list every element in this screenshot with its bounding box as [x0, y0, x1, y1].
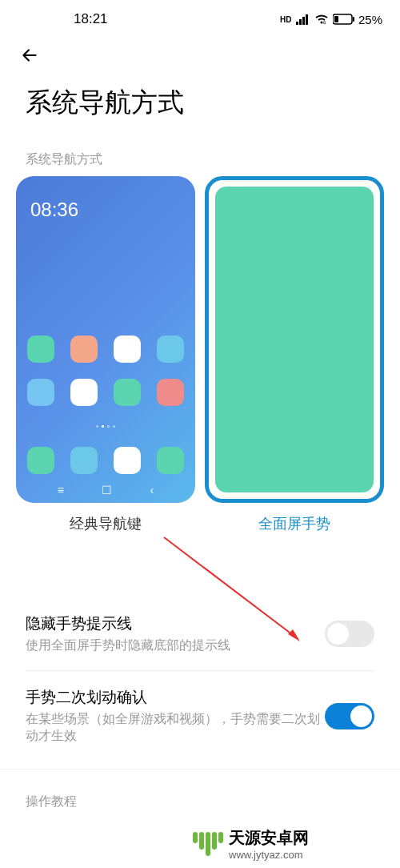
nav-option-fullscreen[interactable]: 全面屏手势 — [205, 176, 384, 533]
setting-title: 隐藏手势提示线 — [26, 613, 325, 634]
double-swipe-toggle[interactable] — [325, 703, 374, 729]
app-icon — [27, 379, 54, 406]
watermark: 天源安卓网 www.jytyaz.com — [192, 820, 400, 868]
app-icon — [70, 336, 98, 363]
app-icon — [27, 336, 54, 363]
classic-preview: 08:36 — [16, 176, 195, 503]
preview-time: 08:36 — [16, 176, 195, 221]
page-dots — [27, 425, 184, 428]
setting-title: 手势二次划动确认 — [26, 687, 325, 708]
app-icon — [27, 447, 54, 474]
setting-desc: 在某些场景（如全屏游戏和视频），手势需要二次划动才生效 — [26, 711, 325, 745]
app-icon — [114, 447, 141, 474]
svg-text:HD: HD — [280, 15, 291, 24]
classic-label: 经典导航键 — [70, 514, 142, 533]
fullscreen-label: 全面屏手势 — [258, 514, 330, 533]
watermark-title: 天源安卓网 — [229, 827, 309, 849]
menu-icon: ≡ — [58, 484, 64, 496]
section-label: 系统导航方式 — [0, 127, 400, 176]
svg-text:6: 6 — [323, 20, 326, 25]
svg-rect-8 — [353, 17, 354, 22]
signal-icon — [296, 14, 310, 25]
app-icon — [157, 447, 184, 474]
app-icon — [114, 336, 141, 363]
page-title: 系统导航方式 — [0, 69, 400, 127]
app-icon — [70, 379, 98, 406]
setting-hide-gesture: 隐藏手势提示线 使用全面屏手势时隐藏底部的提示线 — [26, 597, 374, 671]
status-bar: 18:21 HD 6 25% — [0, 0, 400, 32]
svg-rect-3 — [302, 17, 305, 25]
battery-percent: 25% — [358, 13, 382, 26]
fullscreen-inner — [215, 187, 374, 492]
svg-rect-4 — [306, 14, 308, 25]
setting-desc: 使用全面屏手势时隐藏底部的提示线 — [26, 637, 325, 654]
app-icon — [114, 379, 141, 406]
app-icon — [70, 447, 98, 474]
classic-nav-buttons: ≡ ☐ ‹ — [16, 484, 195, 496]
hide-gesture-toggle[interactable] — [325, 621, 374, 647]
home-icon: ☐ — [102, 484, 112, 496]
hd-icon: HD — [280, 14, 293, 24]
setting-double-swipe: 手势二次划动确认 在某些场景（如全屏游戏和视频），手势需要二次划动才生效 — [26, 671, 374, 761]
tutorial-label: 操作教程 — [0, 769, 400, 810]
watermark-url: www.jytyaz.com — [229, 849, 309, 861]
status-time: 18:21 — [18, 11, 108, 27]
nav-options-container: 08:36 — [0, 176, 400, 533]
svg-rect-2 — [299, 19, 302, 25]
svg-rect-9 — [334, 16, 338, 22]
back-icon: ‹ — [150, 484, 154, 496]
status-icons: HD 6 25% — [280, 13, 382, 26]
back-arrow-icon — [19, 45, 40, 66]
battery-icon — [333, 14, 355, 25]
icon-grid — [16, 336, 195, 474]
fullscreen-preview — [205, 176, 384, 503]
settings-list: 隐藏手势提示线 使用全面屏手势时隐藏底部的提示线 手势二次划动确认 在某些场景（… — [0, 597, 400, 761]
wifi-icon: 6 — [314, 14, 330, 25]
watermark-icon — [192, 828, 224, 860]
nav-option-classic[interactable]: 08:36 — [16, 176, 195, 533]
app-icon — [157, 336, 184, 363]
back-button[interactable] — [0, 32, 400, 69]
app-icon — [157, 379, 184, 406]
svg-rect-1 — [296, 22, 298, 25]
